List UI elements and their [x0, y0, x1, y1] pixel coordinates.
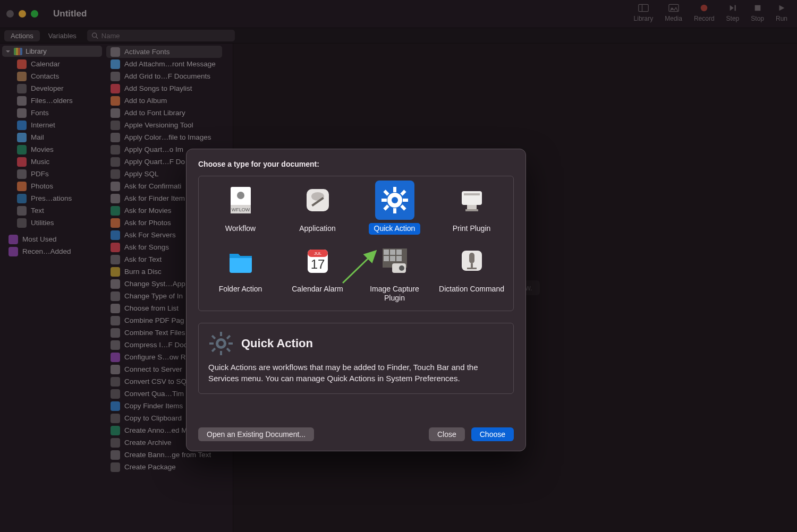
- choose-button[interactable]: Choose: [471, 427, 514, 441]
- doc-type-calendar-alarm[interactable]: JUL17Calendar Alarm: [279, 240, 356, 307]
- smart-folder-icon: [9, 235, 18, 244]
- library-item[interactable]: Pres…ations: [2, 192, 102, 204]
- svg-point-7: [92, 33, 96, 37]
- doc-type-print-plugin[interactable]: Print Plugin: [433, 179, 510, 238]
- library-smart-folder[interactable]: Recen…Added: [2, 245, 102, 258]
- action-icon: [111, 230, 120, 240]
- library-item[interactable]: Mail: [2, 131, 102, 143]
- library-item[interactable]: Developer: [2, 82, 102, 95]
- action-item[interactable]: Add Songs to Playlist: [106, 82, 222, 95]
- action-label: Ask For Servers: [124, 231, 176, 239]
- stop-button[interactable]: Stop: [751, 3, 764, 22]
- doc-type-dictation-command[interactable]: Dictation Command: [433, 240, 510, 307]
- library-item-label: Fonts: [31, 109, 49, 117]
- library-smart-folder[interactable]: Most Used: [2, 233, 102, 245]
- doc-type-folder-action[interactable]: Folder Action: [202, 240, 279, 307]
- run-button[interactable]: Run: [776, 3, 787, 22]
- doc-type-label: Workflow: [220, 223, 261, 235]
- library-item[interactable]: Calendar: [2, 58, 102, 70]
- library-item-label: Contacts: [31, 72, 59, 80]
- category-icon: [17, 169, 27, 179]
- record-icon: [698, 3, 710, 13]
- svg-rect-17: [393, 187, 396, 192]
- step-icon: [727, 3, 739, 13]
- sheet-button-row: Open an Existing Document... Close Choos…: [198, 418, 514, 441]
- step-button[interactable]: Step: [726, 3, 740, 22]
- action-label: Apply Quart…F Do: [124, 158, 185, 166]
- action-icon: [111, 169, 120, 179]
- library-item[interactable]: Music: [2, 156, 102, 168]
- action-label: Burn a Disc: [124, 268, 162, 276]
- doc-type-image-capture-plugin[interactable]: Image Capture Plugin: [356, 240, 433, 307]
- svg-text:WFLOW: WFLOW: [231, 207, 250, 212]
- search-input[interactable]: [101, 32, 231, 40]
- svg-text:JUL: JUL: [313, 251, 321, 256]
- svg-point-4: [701, 5, 707, 11]
- record-button[interactable]: Record: [694, 3, 715, 22]
- close-window-button[interactable]: [6, 10, 14, 18]
- action-item[interactable]: Add Attachm…ront Message: [106, 58, 222, 70]
- library-item[interactable]: Photos: [2, 180, 102, 192]
- library-item-label: Photos: [31, 182, 53, 190]
- library-item[interactable]: Movies: [2, 143, 102, 156]
- variables-tab[interactable]: Variables: [42, 30, 83, 41]
- action-label: Add to Font Library: [124, 109, 185, 117]
- action-icon: [111, 59, 120, 69]
- category-icon: [17, 194, 27, 203]
- library-item-label: Recen…Added: [22, 247, 71, 255]
- action-item[interactable]: Add to Font Library: [106, 107, 222, 119]
- action-item[interactable]: Add Grid to…F Documents: [106, 70, 222, 82]
- view-segmented-control: Actions Variables: [4, 30, 83, 41]
- library-item[interactable]: Utilities: [2, 217, 102, 229]
- actions-tab[interactable]: Actions: [4, 30, 40, 41]
- library-item-label: PDFs: [31, 170, 49, 178]
- svg-point-12: [237, 192, 244, 199]
- action-item[interactable]: Apple Versioning Tool: [106, 119, 222, 131]
- action-label: Change Type of In: [124, 292, 183, 300]
- doc-type-icon: [302, 185, 333, 216]
- library-item[interactable]: Fonts: [2, 107, 102, 119]
- library-item[interactable]: Text: [2, 204, 102, 217]
- close-button[interactable]: Close: [429, 427, 465, 441]
- category-icon: [17, 84, 27, 93]
- svg-rect-23: [400, 190, 406, 195]
- library-item-label: Most Used: [22, 235, 57, 243]
- show-media-button[interactable]: Media: [665, 3, 682, 22]
- search-icon: [91, 32, 98, 39]
- svg-rect-50: [220, 351, 222, 355]
- doc-type-icon: JUL17: [302, 245, 333, 276]
- action-icon: [111, 267, 120, 277]
- show-library-button[interactable]: Library: [634, 3, 654, 22]
- library-header-row[interactable]: Library: [2, 46, 102, 57]
- minimize-window-button[interactable]: [19, 10, 26, 18]
- action-item[interactable]: Apply Color…file to Images: [106, 131, 222, 143]
- library-item[interactable]: Contacts: [2, 70, 102, 82]
- search-field[interactable]: [87, 30, 235, 41]
- filterbar: Actions Variables: [0, 28, 797, 44]
- action-label: Add Attachm…ront Message: [124, 60, 216, 68]
- action-label: Convert CSV to SQ: [124, 377, 186, 385]
- open-existing-button[interactable]: Open an Existing Document...: [198, 427, 314, 441]
- zoom-window-button[interactable]: [31, 10, 38, 18]
- action-label: Create Anno…ed M: [124, 426, 188, 434]
- svg-rect-54: [226, 347, 231, 351]
- action-item[interactable]: Add to Album: [106, 95, 222, 107]
- action-item[interactable]: Activate Fonts: [106, 46, 222, 58]
- doc-type-application[interactable]: Application: [279, 179, 356, 238]
- action-item[interactable]: Create Package: [106, 461, 222, 473]
- action-label: Combine PDF Pag: [124, 316, 184, 324]
- action-icon: [111, 291, 120, 301]
- library-item[interactable]: Files…olders: [2, 95, 102, 107]
- action-icon: [111, 121, 120, 130]
- library-item[interactable]: Internet: [2, 119, 102, 131]
- titlebar: Untitled Library Media Record Step Stop: [0, 0, 797, 28]
- action-label: Combine Text Files: [124, 329, 185, 337]
- doc-type-workflow[interactable]: WFLOWWorkflow: [202, 179, 279, 238]
- library-item-label: Calendar: [31, 60, 60, 68]
- svg-rect-19: [381, 199, 387, 202]
- action-icon: [111, 47, 120, 57]
- library-item-label: Text: [31, 207, 44, 214]
- library-item[interactable]: PDFs: [2, 168, 102, 180]
- svg-rect-27: [464, 193, 480, 195]
- doc-type-quick-action[interactable]: Quick Action: [356, 179, 433, 238]
